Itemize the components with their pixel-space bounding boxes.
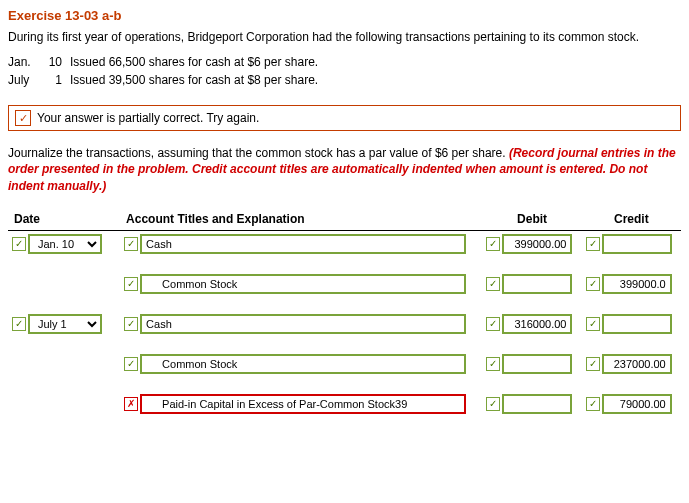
status-text: Your answer is partially correct. Try ag…	[37, 111, 259, 125]
journal-row: ✗✓✓	[8, 391, 681, 417]
account-title-input[interactable]	[140, 234, 466, 254]
correct-mark-icon: ✓	[486, 277, 500, 291]
credit-input[interactable]	[602, 314, 672, 334]
header-debit: Debit	[482, 208, 581, 231]
tx-month: July	[8, 73, 40, 87]
correct-mark-icon: ✓	[486, 357, 500, 371]
header-account: Account Titles and Explanation	[120, 208, 482, 231]
correct-mark-icon: ✓	[124, 277, 138, 291]
transaction-list: Jan. 10 Issued 66,500 shares for cash at…	[8, 55, 681, 87]
debit-input[interactable]	[502, 234, 572, 254]
header-date: Date	[8, 208, 120, 231]
correct-mark-icon: ✓	[124, 237, 138, 251]
correct-mark-icon: ✓	[486, 397, 500, 411]
tx-desc: Issued 66,500 shares for cash at $6 per …	[70, 55, 681, 69]
account-title-input[interactable]	[140, 274, 466, 294]
correct-mark-icon: ✓	[586, 277, 600, 291]
correct-mark-icon: ✓	[586, 397, 600, 411]
date-select[interactable]: July 1	[28, 314, 102, 334]
instructions: Journalize the transactions, assuming th…	[8, 145, 681, 194]
correct-mark-icon: ✓	[586, 357, 600, 371]
intro-text: During its first year of operations, Bri…	[8, 29, 681, 45]
account-title-input[interactable]	[140, 314, 466, 334]
correct-mark-icon: ✓	[486, 237, 500, 251]
exercise-title: Exercise 13-03 a-b	[8, 8, 681, 23]
journal-row: ✓Jan. 10✓✓✓	[8, 230, 681, 257]
instructions-plain: Journalize the transactions, assuming th…	[8, 146, 509, 160]
partial-correct-icon: ✓	[15, 110, 31, 126]
tx-month: Jan.	[8, 55, 40, 69]
header-credit: Credit	[582, 208, 681, 231]
journal-row: ✓July 1✓✓✓	[8, 311, 681, 337]
credit-input[interactable]	[602, 234, 672, 254]
debit-input[interactable]	[502, 354, 572, 374]
credit-input[interactable]	[602, 354, 672, 374]
tx-day: 1	[48, 73, 62, 87]
correct-mark-icon: ✓	[12, 237, 26, 251]
journal-table: Date Account Titles and Explanation Debi…	[8, 208, 681, 417]
debit-input[interactable]	[502, 394, 572, 414]
tx-day: 10	[48, 55, 62, 69]
debit-input[interactable]	[502, 274, 572, 294]
correct-mark-icon: ✓	[486, 317, 500, 331]
journal-row: ✓✓✓	[8, 271, 681, 297]
date-select[interactable]: Jan. 10	[28, 234, 102, 254]
account-title-input[interactable]	[140, 394, 466, 414]
correct-mark-icon: ✓	[586, 237, 600, 251]
correct-mark-icon: ✓	[124, 357, 138, 371]
credit-input[interactable]	[602, 394, 672, 414]
incorrect-mark-icon: ✗	[124, 397, 138, 411]
correct-mark-icon: ✓	[124, 317, 138, 331]
correct-mark-icon: ✓	[586, 317, 600, 331]
credit-input[interactable]	[602, 274, 672, 294]
status-bar: ✓ Your answer is partially correct. Try …	[8, 105, 681, 131]
correct-mark-icon: ✓	[12, 317, 26, 331]
transaction-row: Jan. 10 Issued 66,500 shares for cash at…	[8, 55, 681, 69]
account-title-input[interactable]	[140, 354, 466, 374]
journal-row: ✓✓✓	[8, 351, 681, 377]
tx-desc: Issued 39,500 shares for cash at $8 per …	[70, 73, 681, 87]
debit-input[interactable]	[502, 314, 572, 334]
transaction-row: July 1 Issued 39,500 shares for cash at …	[8, 73, 681, 87]
